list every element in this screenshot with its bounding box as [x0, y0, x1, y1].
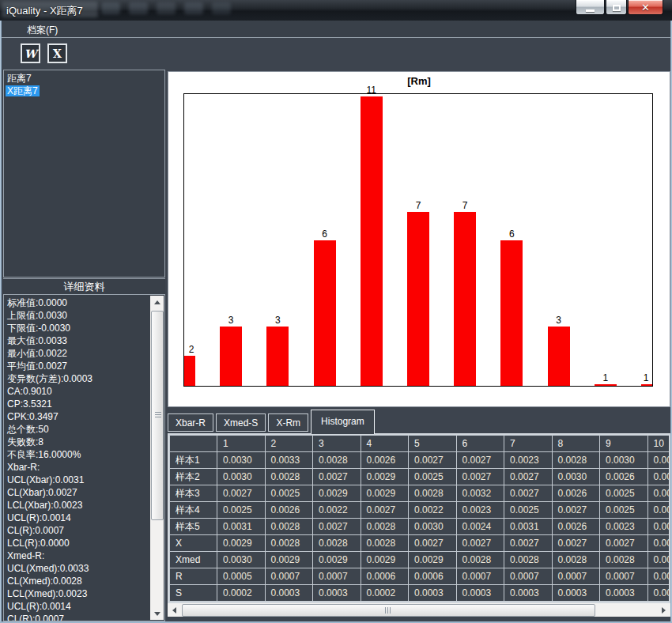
- detail-stat-line: Xbar-R:: [7, 461, 149, 474]
- window-border: [0, 21, 2, 623]
- table-cell: 0.0026: [265, 502, 313, 519]
- tab-x-rm[interactable]: X-Rm: [268, 413, 308, 432]
- minimize-icon: [586, 9, 595, 12]
- close-button[interactable]: ✕: [628, 0, 663, 15]
- bar-value-label: 2: [182, 344, 201, 355]
- detail-header: 详细资料: [3, 278, 165, 294]
- table-horizontal-scrollbar[interactable]: [168, 603, 670, 617]
- table-cell: 0.0027: [361, 502, 409, 519]
- table-cell: 0.002: [647, 485, 670, 502]
- table-cell: 0.0030: [217, 552, 266, 568]
- table-cell: 0.0028: [361, 535, 409, 552]
- table-cell: 0.0029: [409, 552, 457, 568]
- histogram-bar: [266, 327, 289, 386]
- table-cell: 0.0023: [456, 502, 504, 519]
- table-cell: 0.0027: [217, 485, 266, 502]
- table-cell: 0.0028: [552, 552, 600, 568]
- detail-stat-line: CL(Xbar):0.0027: [7, 486, 149, 499]
- table-cell: 0.0025: [409, 469, 457, 485]
- chart-tabs: Xbar-RXmed-SX-RmHistogram: [168, 409, 670, 433]
- table-cell: 0.0031: [504, 519, 553, 535]
- tab-xbar-r[interactable]: Xbar-R: [168, 413, 213, 432]
- detail-stat-line: CL(R):0.0007: [7, 524, 149, 537]
- bar-value-label: 1: [596, 372, 615, 383]
- table-cell: 0.0028: [313, 452, 361, 469]
- file-list-item[interactable]: 距离7: [4, 72, 164, 85]
- scrollbar-thumb[interactable]: [182, 604, 595, 617]
- table-cell: 0.0027: [313, 519, 361, 535]
- scroll-up-button[interactable]: [150, 296, 164, 308]
- column-header: 10: [647, 436, 670, 452]
- column-header: 9: [600, 436, 648, 452]
- maximize-button[interactable]: [606, 0, 627, 15]
- scroll-right-button[interactable]: [657, 603, 670, 617]
- scroll-down-icon: [154, 612, 160, 616]
- table-cell: 0.0025: [217, 502, 266, 519]
- table-cell: 0.002: [647, 519, 670, 535]
- table-cell: 0.0023: [600, 519, 648, 535]
- table-cell: 0.0028: [600, 552, 648, 568]
- row-label: R: [170, 568, 217, 585]
- titlebar[interactable]: iQuality - X距离7 ✕: [0, 0, 672, 21]
- table-cell: 0.0029: [361, 552, 409, 568]
- table-cell: 0.0030: [600, 452, 648, 469]
- histogram-bar: [641, 384, 652, 386]
- bar-value-label: 1: [636, 372, 655, 383]
- detail-stat-line: LCL(Xmed):0.0023: [7, 587, 149, 600]
- table-cell: 0.0028: [456, 552, 504, 568]
- scroll-right-icon: [662, 607, 666, 614]
- column-header: 8: [552, 436, 600, 452]
- detail-vertical-scrollbar[interactable]: [150, 296, 164, 620]
- scroll-left-icon: [172, 607, 176, 614]
- table-cell: 0.002: [647, 452, 670, 469]
- table-cell: 0.002: [647, 535, 670, 552]
- export-excel-button[interactable]: X: [47, 43, 67, 63]
- table-cell: 0.0026: [552, 485, 600, 502]
- minimize-button[interactable]: [576, 0, 605, 15]
- scroll-left-button[interactable]: [168, 603, 181, 617]
- column-header: [170, 436, 217, 452]
- tab-xmed-s[interactable]: Xmed-S: [216, 413, 266, 432]
- column-header: 5: [409, 436, 457, 452]
- table-cell: 0.0006: [409, 568, 457, 585]
- table-row: X0.00290.00280.00280.00280.00270.00270.0…: [170, 535, 671, 552]
- table-cell: 0.0029: [217, 535, 266, 552]
- table-row: 样本50.00310.00280.00270.00280.00300.00240…: [170, 519, 671, 535]
- app-window: iQuality - X距离7 ✕ 档案(F) W X 距离7X距离7 详细资料…: [0, 0, 672, 623]
- table-cell: 0.0007: [456, 568, 504, 585]
- table-cell: 0.0007: [552, 568, 600, 585]
- titlebar-ghost: [184, 2, 203, 14]
- bar-value-label: 7: [455, 200, 474, 211]
- row-label: 样本2: [170, 469, 217, 485]
- histogram-bar: [548, 327, 570, 386]
- tab-histogram[interactable]: Histogram: [311, 410, 375, 434]
- bar-value-label: 6: [315, 228, 334, 240]
- detail-stat-line: CPK:0.3497: [7, 410, 149, 423]
- file-list-item[interactable]: X距离7: [4, 85, 164, 97]
- export-word-button[interactable]: W: [21, 43, 40, 63]
- table-cell: 0.0027: [504, 469, 553, 485]
- bar-value-label: 11: [362, 85, 381, 96]
- scroll-down-button[interactable]: [150, 607, 164, 620]
- row-label: 样本5: [170, 519, 217, 535]
- table-cell: 0.0025: [600, 502, 648, 519]
- table-cell: 0.0028: [313, 535, 361, 552]
- detail-stat-line: 上限值:0.0030: [7, 309, 149, 322]
- table-cell: 0.0027: [552, 535, 600, 552]
- table-cell: 0.0005: [217, 568, 266, 585]
- table-cell: 0.0029: [265, 552, 313, 568]
- titlebar-ghost: [101, 2, 120, 14]
- table-cell: 0.0029: [313, 485, 361, 502]
- table-cell: 0.0003: [409, 585, 457, 602]
- bar-value-label: 7: [409, 200, 428, 211]
- table-cell: 0.000: [647, 585, 670, 602]
- scrollbar-thumb[interactable]: [151, 311, 164, 520]
- titlebar-ghost: [212, 2, 231, 14]
- row-label: 样本1: [170, 452, 217, 469]
- table-cell: 0.0027: [456, 452, 504, 469]
- column-header: 4: [361, 436, 409, 452]
- table-cell: 0.0028: [361, 519, 409, 535]
- table-cell: 0.0003: [504, 585, 553, 602]
- sample-data-table: 12345678910 样本10.00300.00330.00280.00260…: [168, 433, 670, 603]
- menu-item-file[interactable]: 档案(F): [24, 22, 61, 39]
